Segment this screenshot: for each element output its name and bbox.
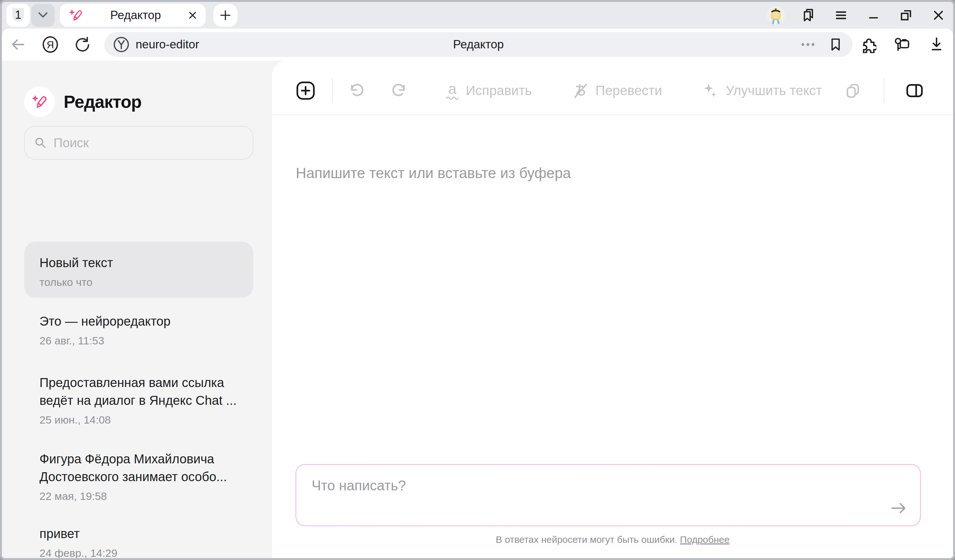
note-title: Новый текст: [39, 254, 238, 271]
note-item[interactable]: Фигура Фёдора Михайловича Достоевского з…: [24, 450, 254, 502]
improve-button[interactable]: Улучшить текст: [702, 83, 822, 99]
spellcheck-icon: а: [446, 81, 459, 100]
app-logo: Редактор: [24, 86, 141, 117]
editor-toolbar: а Исправить Перевести: [272, 61, 953, 115]
note-item[interactable]: привет 24 февр., 14:29: [24, 525, 254, 559]
download-icon: [928, 36, 944, 53]
restore-icon: [899, 8, 913, 23]
editor-panel: а Исправить Перевести: [272, 61, 953, 558]
tab-strip: 1 Редактор: [2, 2, 953, 29]
yandex-home-button[interactable]: Я: [41, 36, 59, 53]
app-title: Редактор: [64, 92, 141, 112]
fix-label: Исправить: [466, 83, 532, 98]
note-item[interactable]: Предоставленная вами ссылка ведёт на диа…: [24, 374, 254, 426]
back-icon: [9, 37, 26, 52]
reload-button[interactable]: [74, 36, 92, 53]
note-time: только что: [39, 276, 238, 289]
bookmark-icon[interactable]: [828, 37, 843, 52]
translate-icon: [572, 83, 589, 99]
note-item-selected[interactable]: Новый текст только что: [24, 242, 254, 298]
page-title: Редактор: [105, 38, 853, 51]
undo-icon: [348, 83, 366, 99]
tab-count: 1: [15, 8, 21, 21]
browser-menu-button[interactable]: [832, 6, 850, 24]
note-item[interactable]: Это — нейроредактор 26 авг., 11:53: [24, 312, 254, 347]
copy-button[interactable]: [844, 82, 861, 99]
add-note-button[interactable]: [296, 81, 315, 100]
tab-counter-button[interactable]: 1: [6, 4, 30, 27]
tab-editor[interactable]: Редактор: [60, 4, 206, 27]
window-close-button[interactable]: [930, 6, 947, 24]
window-close-icon: [932, 9, 945, 22]
address-bar[interactable]: neuro-editor Редактор: [105, 32, 853, 57]
downloads-button[interactable]: [928, 36, 946, 53]
bookmarks-panel-button[interactable]: [800, 6, 817, 24]
add-note-icon: [296, 81, 315, 100]
note-title: Это — нейроредактор: [39, 312, 238, 330]
passwords-icon: [893, 36, 911, 53]
chevron-down-icon: [37, 11, 49, 20]
address-bar-row: Я neuro-editor Редактор: [2, 29, 953, 61]
tab-close-icon[interactable]: [188, 11, 197, 20]
panel-toggle-icon: [905, 83, 924, 98]
site-icon: [113, 36, 130, 53]
note-title: Предоставленная вами ссылка ведёт на диа…: [39, 374, 238, 409]
plus-icon: [220, 9, 231, 21]
content-area: Редактор Новый текст только что Это — не…: [2, 61, 953, 558]
passwords-button[interactable]: [893, 36, 911, 53]
minimize-icon: [867, 9, 880, 22]
send-button[interactable]: [890, 499, 908, 517]
svg-text:Я: Я: [47, 39, 54, 51]
note-time: 24 февр., 14:29: [39, 547, 238, 559]
sidebar: Редактор Новый текст только что Это — не…: [2, 61, 272, 558]
copy-icon: [844, 82, 861, 99]
search-box[interactable]: [24, 126, 254, 160]
toolbar-divider: [884, 78, 885, 103]
url-text: neuro-editor: [136, 38, 199, 51]
extensions-icon: [859, 36, 877, 53]
disclaimer-link[interactable]: Подробнее: [680, 534, 730, 545]
editor-placeholder[interactable]: Напишите текст или вставьте из буфера: [296, 164, 571, 182]
note-time: 25 июн., 14:08: [39, 414, 238, 426]
search-input[interactable]: [53, 136, 231, 150]
bookmarks-panel-icon: [801, 7, 817, 23]
yandex-icon: Я: [41, 36, 59, 53]
avatar[interactable]: [767, 6, 785, 25]
sparkles-icon: [702, 83, 719, 99]
avatar-image: [767, 6, 785, 25]
toolbar-divider: [332, 78, 333, 103]
prompt-placeholder: Что написать?: [312, 477, 406, 493]
disclaimer-text: В ответах нейросети могут быть ошибки.: [496, 534, 677, 545]
panel-toggle-button[interactable]: [905, 83, 924, 98]
new-tab-button[interactable]: [213, 4, 238, 27]
translate-label: Перевести: [596, 83, 662, 98]
note-time: 26 авг., 11:53: [39, 335, 238, 347]
magic-pencil-icon: [31, 93, 48, 110]
undo-button[interactable]: [348, 83, 366, 99]
search-icon: [34, 136, 47, 150]
prompt-box[interactable]: Что написать?: [296, 464, 921, 526]
disclaimer: В ответах нейросети могут быть ошибки. П…: [272, 534, 953, 545]
extensions-button[interactable]: [859, 36, 877, 53]
minimize-button[interactable]: [864, 6, 882, 24]
redo-button[interactable]: [390, 83, 408, 99]
translate-button[interactable]: Перевести: [572, 83, 662, 99]
more-dots-icon[interactable]: [800, 42, 816, 47]
improve-label: Улучшить текст: [726, 83, 822, 98]
app-logo-circle: [24, 86, 55, 117]
tab-list-button[interactable]: [31, 4, 55, 27]
redo-icon: [390, 83, 408, 99]
back-button[interactable]: [9, 36, 27, 53]
tab-title: Редактор: [83, 9, 188, 22]
note-title: привет: [39, 525, 238, 543]
tab-counter-shield-icon: 1: [10, 6, 27, 24]
fix-button[interactable]: а Исправить: [446, 81, 532, 100]
menu-icon: [834, 9, 848, 22]
reload-icon: [75, 36, 91, 53]
browser-window: 1 Редактор: [0, 0, 955, 560]
magic-pencil-icon: [68, 8, 83, 23]
note-title: Фигура Фёдора Михайловича Достоевского з…: [39, 450, 238, 485]
restore-button[interactable]: [897, 6, 915, 24]
note-time: 22 мая, 19:58: [39, 490, 238, 502]
send-arrow-icon: [891, 501, 907, 515]
